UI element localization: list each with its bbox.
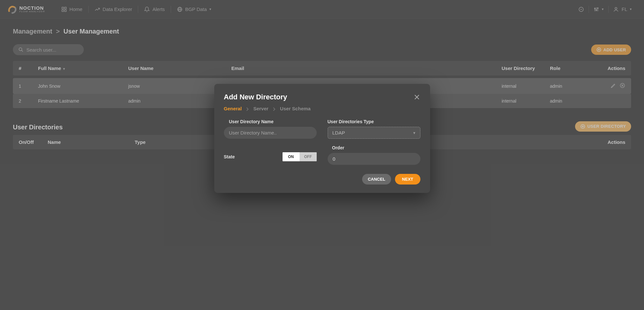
next-button[interactable]: NEXT	[395, 174, 420, 185]
wizard-steps: General Server User Schema	[224, 106, 420, 111]
directory-type-value: LDAP	[328, 127, 420, 138]
order-input[interactable]	[328, 153, 420, 165]
wizard-step-general[interactable]: General	[224, 106, 242, 111]
order-label: Order	[328, 145, 420, 150]
directory-type-label: User Directories Type	[328, 119, 420, 124]
directory-name-input[interactable]	[224, 127, 317, 139]
field-directory-type: User Directories Type LDAP ▼	[328, 119, 420, 139]
caret-down-icon: ▼	[413, 131, 416, 135]
wizard-step-user-schema[interactable]: User Schema	[280, 106, 311, 111]
modal-actions: CANCEL NEXT	[224, 174, 420, 185]
modal-overlay: Add New Directory General Server User Sc…	[0, 0, 644, 310]
state-label: State	[224, 154, 235, 159]
toggle-on: ON	[283, 152, 300, 161]
field-directory-name: User Directory Name	[224, 119, 317, 139]
state-toggle[interactable]: ON OFF	[283, 152, 317, 161]
chevron-right-icon	[273, 107, 275, 111]
field-state: State ON OFF	[224, 145, 317, 165]
chevron-right-icon	[246, 107, 249, 111]
add-directory-modal: Add New Directory General Server User Sc…	[214, 84, 430, 193]
modal-title: Add New Directory	[224, 93, 287, 101]
cancel-button[interactable]: CANCEL	[362, 174, 391, 185]
modal-form: User Directory Name User Directories Typ…	[224, 119, 420, 165]
directory-name-label: User Directory Name	[224, 119, 317, 124]
directory-type-select[interactable]: LDAP ▼	[328, 127, 420, 139]
close-icon[interactable]	[413, 94, 420, 101]
field-order: Order	[328, 145, 420, 165]
wizard-step-server[interactable]: Server	[253, 106, 268, 111]
toggle-off: OFF	[300, 152, 317, 161]
